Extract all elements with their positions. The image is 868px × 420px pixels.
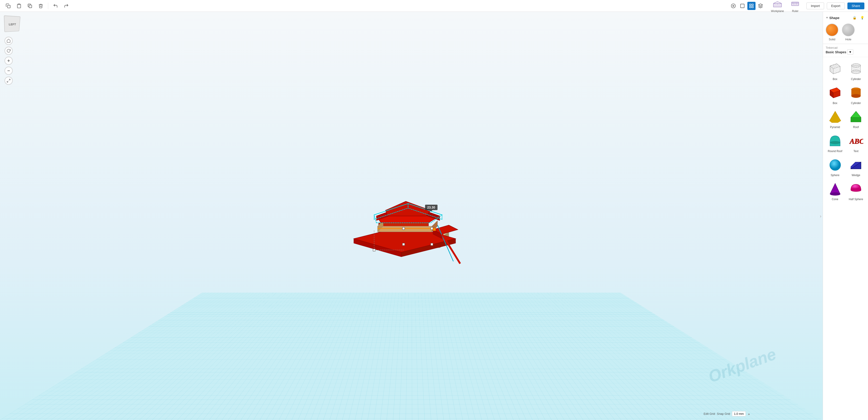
view-home-button[interactable] — [729, 2, 737, 10]
copy-button[interactable] — [4, 1, 13, 10]
svg-point-55 — [851, 70, 861, 74]
rotate-home-button[interactable] — [4, 37, 13, 45]
library-header: Tinkercad Basic Shapes ▼ — [823, 44, 868, 57]
zoom-in-button[interactable]: + — [4, 57, 13, 65]
shape-item-text[interactable]: ABC Text — [846, 131, 866, 155]
view-box-button[interactable] — [738, 2, 746, 10]
pyramid-thumb — [827, 109, 843, 125]
import-button[interactable]: Import — [806, 2, 824, 9]
shape-panel-icons: 🔒 💡 — [851, 15, 865, 21]
half-sphere-thumb — [848, 181, 864, 197]
shape-wedge-label: Wedge — [852, 174, 860, 177]
cylinder-orange-thumb — [848, 85, 864, 101]
shape-cylinder-orange-label: Cylinder — [851, 102, 861, 105]
library-dropdown[interactable]: ▼ — [847, 49, 853, 55]
solid-option[interactable]: Solid — [826, 24, 838, 41]
shape-item-wedge[interactable]: Wedge — [846, 155, 866, 178]
ruler-icon — [790, 0, 800, 9]
separator-1 — [48, 3, 48, 9]
shape-item-sphere[interactable]: Sphere — [825, 155, 845, 178]
viewport[interactable]: LEFT + − — [0, 12, 823, 420]
workplane-icon — [773, 0, 782, 9]
rotate-button[interactable] — [4, 47, 13, 55]
view-cube-box[interactable]: LEFT — [4, 16, 20, 32]
shape-item-box-red[interactable]: Box — [825, 83, 845, 107]
solid-hole-row: Solid Hole — [826, 24, 865, 41]
library-name: Basic Shapes — [826, 50, 846, 54]
export-button[interactable]: Export — [827, 2, 844, 9]
edit-grid-button[interactable]: Edit Grid — [704, 412, 715, 416]
fit-view-button[interactable] — [4, 77, 13, 85]
svg-point-4 — [731, 4, 735, 8]
svg-rect-6 — [741, 4, 744, 8]
solid-label: Solid — [829, 38, 835, 41]
shape-item-round-roof[interactable]: Round Roof — [825, 131, 845, 155]
svg-rect-8 — [752, 4, 753, 5]
shape-round-roof-label: Round Roof — [828, 149, 842, 153]
paste-button[interactable] — [14, 1, 24, 10]
duplicate-button[interactable] — [25, 1, 34, 10]
right-panel: ▼ Shape 🔒 💡 Solid Hole — [823, 12, 868, 420]
shape-title-text: Shape — [829, 16, 839, 20]
bottom-controls: Edit Grid Snap Grid 1.0 mm ▲ — [704, 411, 750, 416]
hole-circle — [842, 24, 855, 36]
round-roof-thumb — [827, 133, 843, 149]
sphere-thumb — [827, 157, 843, 173]
undo-button[interactable] — [51, 1, 60, 10]
shape-item-cylinder-orange[interactable]: Cylinder — [846, 83, 866, 107]
handle-br — [431, 243, 433, 246]
svg-line-13 — [777, 2, 781, 3]
svg-marker-63 — [830, 111, 841, 122]
shape-panel: ▼ Shape 🔒 💡 Solid Hole — [823, 12, 868, 44]
svg-rect-42 — [433, 228, 436, 231]
delete-button[interactable] — [36, 1, 45, 10]
shapes-library: Tinkercad Basic Shapes ▼ — [823, 44, 868, 420]
cylinder-gray-thumb — [848, 61, 864, 77]
snap-grid-label: Snap Grid — [717, 412, 730, 416]
svg-point-61 — [851, 94, 861, 98]
library-source: Tinkercad — [826, 46, 853, 49]
shape-box-gray-label: Box — [833, 78, 837, 81]
shape-roof-label: Roof — [853, 125, 859, 129]
left-nav: + − — [4, 37, 13, 85]
view-cube[interactable]: LEFT — [4, 16, 23, 34]
lock-icon-button[interactable]: 🔒 — [851, 15, 858, 21]
svg-point-69 — [830, 160, 841, 170]
wedge-thumb — [848, 157, 864, 173]
svg-marker-29 — [377, 226, 437, 232]
shapes-grid: Box Cylinder — [823, 57, 868, 204]
shape-box-red-label: Box — [833, 102, 837, 105]
share-button[interactable]: Share — [847, 2, 864, 9]
text-3d-thumb: ABC — [848, 133, 864, 149]
ruler-button[interactable]: Ruler — [788, 0, 802, 14]
snap-grid-value[interactable]: 1.0 mm — [732, 411, 746, 416]
shape-item-half-sphere[interactable]: Half Sphere — [846, 179, 866, 203]
svg-rect-9 — [750, 6, 751, 7]
svg-rect-0 — [7, 5, 10, 8]
workplane-ruler-area: Workplane Ruler — [767, 0, 804, 14]
shape-item-pyramid[interactable]: Pyramid — [825, 107, 845, 131]
view-sym-button[interactable] — [756, 2, 765, 10]
shape-item-box-gray[interactable]: Box — [825, 59, 845, 83]
view-grid-button[interactable] — [747, 2, 755, 10]
shape-item-cylinder-gray[interactable]: Cylinder — [846, 59, 866, 83]
zoom-out-button[interactable]: − — [4, 67, 13, 75]
shape-text-label: Text — [854, 149, 859, 153]
svg-marker-65 — [851, 111, 861, 117]
hole-option[interactable]: Hole — [842, 24, 855, 41]
model-container[interactable]: 23.30 — [337, 159, 473, 273]
svg-rect-1 — [18, 4, 20, 4]
ruler-label: Ruler — [792, 9, 799, 13]
shape-panel-header: ▼ Shape 🔒 💡 — [826, 15, 865, 21]
solid-circle — [826, 24, 838, 36]
shape-cone-label: Cone — [832, 198, 838, 201]
redo-button[interactable] — [62, 1, 71, 10]
light-icon-button[interactable]: 💡 — [859, 15, 865, 21]
svg-point-66 — [830, 141, 840, 144]
hole-label: Hole — [845, 38, 851, 41]
shape-item-roof[interactable]: Roof — [846, 107, 866, 131]
workplane-button[interactable]: Workplane — [769, 0, 785, 14]
shape-item-cone[interactable]: Cone — [825, 179, 845, 203]
svg-point-75 — [830, 193, 840, 195]
main-area: LEFT + − — [0, 12, 868, 420]
